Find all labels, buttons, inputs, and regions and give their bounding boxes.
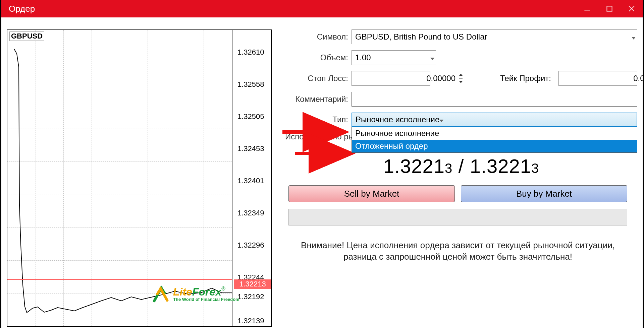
minimize-button[interactable] [576, 0, 598, 17]
ytick: 1.32296 [235, 242, 271, 249]
type-dropdown-list: Рыночное исполнение Отложенный ордер [352, 127, 637, 153]
buy-by-market-button[interactable]: Buy by Market [461, 185, 627, 202]
annotation-arrow [282, 122, 350, 143]
takeprofit-input[interactable] [558, 71, 637, 86]
type-select[interactable]: Рыночное исполнение [352, 113, 637, 127]
price-chart: GBPUSD 1.32610 1.32558 1.32505 1.32453 1… [7, 29, 272, 327]
ytick: 1.32139 [235, 318, 271, 324]
symbol-label: Символ: [285, 32, 352, 42]
ytick: 1.32349 [235, 210, 271, 216]
chevron-down-icon [439, 120, 443, 122]
arrows-cross-icon [152, 284, 171, 304]
ytick: 1.32610 [235, 49, 271, 56]
ytick: 1.32401 [235, 178, 271, 184]
stoploss-input[interactable] [352, 71, 430, 86]
annotation-arrow [295, 143, 356, 165]
type-option-market[interactable]: Рыночное исполнение [352, 127, 637, 140]
sell-by-market-button[interactable]: Sell by Market [288, 185, 455, 202]
takeprofit-value[interactable] [559, 74, 644, 83]
ytick: 1.32505 [235, 113, 271, 120]
volume-select[interactable]: 1.00 [352, 50, 436, 65]
type-option-pending[interactable]: Отложенный ордер [352, 140, 637, 152]
stoploss-label: Стоп Лосс: [285, 74, 352, 83]
type-value: Рыночное исполнение [356, 115, 439, 124]
arrow-down-icon [459, 81, 463, 83]
titlebar: Ордер [1, 0, 643, 17]
stoploss-value[interactable] [352, 74, 459, 83]
symbol-select[interactable]: GBPUSD, British Pound to US Dollar [352, 29, 637, 44]
chart-symbol-label: GBPUSD [9, 31, 44, 41]
arrow-up-icon [459, 74, 463, 76]
chart-line [7, 30, 232, 326]
comment-label: Комментарий: [285, 94, 352, 104]
comment-input[interactable] [352, 92, 637, 107]
current-price-badge: 1.32213 [234, 279, 271, 289]
window-controls [576, 0, 643, 17]
close-button[interactable] [621, 0, 643, 17]
ytick: 1.32192 [235, 293, 271, 300]
volume-label: Объем: [285, 53, 352, 62]
ytick: 1.32558 [235, 81, 271, 88]
window-title: Ордер [9, 4, 35, 14]
status-bar [288, 209, 627, 225]
liteforex-logo: LiteForex® The World of Financial Freedo… [152, 284, 239, 304]
spin-up-button[interactable] [459, 71, 463, 78]
takeprofit-label: Тейк Профит: [491, 74, 551, 83]
volume-value: 1.00 [355, 53, 371, 62]
ytick: 1.32453 [235, 145, 271, 152]
warning-text: Внимание! Цена исполнения ордера зависит… [288, 240, 627, 262]
symbol-value: GBPUSD, British Pound to US Dollar [355, 32, 487, 42]
maximize-button[interactable] [598, 0, 621, 17]
chevron-down-icon [632, 37, 636, 40]
chevron-down-icon [430, 58, 434, 60]
svg-rect-1 [607, 6, 612, 11]
spin-down-button[interactable] [459, 78, 463, 86]
